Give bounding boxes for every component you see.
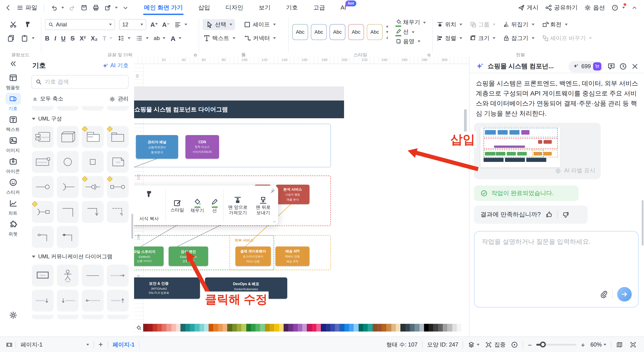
color-swatch[interactable] xyxy=(321,324,326,331)
color-swatch[interactable] xyxy=(185,324,190,331)
zoom-in-button[interactable]: + xyxy=(581,341,585,348)
symbol-tile-ifc3[interactable] xyxy=(82,176,104,198)
diagram-box-분석 서비스[interactable]: 분석 서비스사용자 행동매출 분석 xyxy=(276,185,310,204)
size-button[interactable]: 크기 xyxy=(470,34,496,42)
format-painter-icon[interactable] xyxy=(24,21,32,29)
publish-button[interactable]: 게시 xyxy=(518,4,538,12)
color-swatch[interactable] xyxy=(232,324,237,331)
ctx-bring-front-button[interactable]: 맨 앞으로 가져오기 xyxy=(227,194,248,217)
color-swatch[interactable] xyxy=(433,324,438,331)
share-button[interactable]: 공유하기 xyxy=(545,4,578,12)
thumbnail-card[interactable]: AI 라벨 표시 xyxy=(474,123,601,179)
color-swatch[interactable] xyxy=(358,324,363,331)
color-swatch[interactable] xyxy=(391,324,396,331)
color-swatch[interactable] xyxy=(302,324,307,331)
symbol-tile-leftOp[interactable]: OperationA() xyxy=(82,290,104,311)
ai-symbol-button[interactable]: AI 기호 xyxy=(102,62,128,70)
symbol-tile-component2[interactable]: «component» xyxy=(32,151,54,173)
symbol-tile-note[interactable]: Note xyxy=(107,151,128,173)
quick-fill-icon[interactable] xyxy=(136,325,142,331)
symbol-tile-ifc1[interactable] xyxy=(32,176,54,198)
ctx-style-button[interactable]: 스타일 xyxy=(170,197,185,214)
change-shape-button[interactable]: 셰이프 바꾸기 xyxy=(542,34,592,42)
color-swatch[interactable] xyxy=(152,324,157,331)
symbol-tile-partial[interactable] xyxy=(82,106,104,111)
symbol-tile-opDown[interactable]: OperationA() xyxy=(32,290,54,311)
color-swatch[interactable] xyxy=(148,324,153,331)
color-swatch[interactable] xyxy=(349,324,354,331)
ai-label-toggle[interactable]: AI 라벨 표시 xyxy=(555,167,595,175)
style-more[interactable]: ⇟ xyxy=(386,36,388,40)
fullscreen-icon[interactable] xyxy=(630,341,637,348)
color-swatch[interactable] xyxy=(298,324,302,331)
diagram-box-CDN[interactable]: CDN정적 리소스이미지/CSS/JS xyxy=(186,135,219,159)
color-swatch[interactable] xyxy=(279,324,284,331)
symbol-tile-asm2[interactable] xyxy=(32,201,54,223)
feedback-icon[interactable] xyxy=(607,62,615,71)
close-icon[interactable] xyxy=(631,62,639,71)
color-swatch[interactable] xyxy=(452,324,457,331)
copy-icon[interactable] xyxy=(6,34,15,42)
rotate-button[interactable]: 회전 xyxy=(542,21,568,29)
shape-tool[interactable]: 셰이프 xyxy=(243,21,276,29)
collapse-toolbar-icon[interactable] xyxy=(631,4,638,11)
color-swatch[interactable] xyxy=(382,324,386,331)
diagram-box-관리자 패널[interactable]: 관리자 패널상품/주문관리통계/분석 xyxy=(136,135,178,159)
color-swatch[interactable] xyxy=(448,324,452,331)
zoom-knob[interactable] xyxy=(540,341,546,347)
symbol-tile-square[interactable] xyxy=(82,151,104,173)
diagram-box-배송 API[interactable]: 배송 API택배사 연동배송 추적 xyxy=(276,246,310,266)
color-swatch[interactable] xyxy=(157,324,162,331)
color-swatch[interactable] xyxy=(256,324,260,331)
color-swatch[interactable] xyxy=(316,324,321,331)
add-page-button[interactable]: + xyxy=(98,340,103,349)
underline-button[interactable]: U xyxy=(61,35,66,42)
symbol-tile-hline[interactable] xyxy=(82,265,104,286)
thumbs-down-icon[interactable] xyxy=(562,211,570,218)
sidebar-item-템플릿[interactable]: 템플릿 xyxy=(0,72,26,91)
cut-icon[interactable] xyxy=(9,21,17,29)
color-swatch[interactable] xyxy=(176,324,181,331)
color-swatch[interactable] xyxy=(326,324,330,331)
symbol-tile-partial[interactable] xyxy=(32,315,54,319)
save-icon[interactable] xyxy=(80,4,88,11)
list-button[interactable] xyxy=(136,35,148,42)
align-button[interactable] xyxy=(174,21,187,28)
color-swatch[interactable] xyxy=(237,324,242,331)
minimap-icon[interactable] xyxy=(616,341,623,348)
symbol-tile-cornerArrow[interactable] xyxy=(82,201,104,223)
style-preset-1[interactable]: Abc xyxy=(311,24,327,40)
symbol-tile-partial[interactable] xyxy=(57,315,79,319)
ctx-line-button[interactable]: 선 xyxy=(210,197,220,214)
color-swatch[interactable] xyxy=(401,324,406,331)
color-swatch[interactable] xyxy=(208,324,214,331)
symbol-tile-cornerDiaF[interactable] xyxy=(57,226,79,248)
font-decrease-button[interactable]: A⁻ xyxy=(162,21,170,28)
color-swatch[interactable] xyxy=(396,324,401,331)
symbol-tile-component[interactable]: Component xyxy=(32,126,54,148)
subscript-button[interactable]: X₂ xyxy=(91,35,98,42)
zoom-out-button[interactable]: − xyxy=(528,341,532,348)
shadow-button[interactable]: 음영 xyxy=(396,38,426,45)
focus-button[interactable]: 집중 xyxy=(485,341,506,348)
symbol-tile-objectbox[interactable]: Object1 xyxy=(32,265,54,286)
color-swatch[interactable] xyxy=(181,324,186,331)
color-swatch[interactable] xyxy=(312,324,316,331)
attach-icon[interactable] xyxy=(600,290,608,298)
color-swatch[interactable] xyxy=(410,324,415,331)
symbol-tile-opRight[interactable]: OperationA() xyxy=(107,265,128,286)
menu-tab-기호[interactable]: 기호 xyxy=(283,0,300,15)
history-icon[interactable] xyxy=(619,62,627,71)
color-swatch[interactable] xyxy=(199,324,204,331)
color-swatch[interactable] xyxy=(414,324,419,331)
menu-tab-AI[interactable]: AIhot xyxy=(338,0,349,15)
style-preset-2[interactable]: Abc xyxy=(330,24,346,40)
color-swatch[interactable] xyxy=(419,324,424,331)
help-button[interactable]: ? xyxy=(611,4,625,11)
manage-button[interactable]: 관리 xyxy=(109,95,128,103)
align-objects-button[interactable]: 정렬 xyxy=(436,34,462,42)
color-swatch[interactable] xyxy=(307,324,312,331)
color-swatch[interactable] xyxy=(457,324,462,331)
style-preset-3[interactable]: Abc xyxy=(348,24,364,40)
section-header[interactable]: UML 커뮤니케이션 다이어그램 xyxy=(32,253,112,261)
